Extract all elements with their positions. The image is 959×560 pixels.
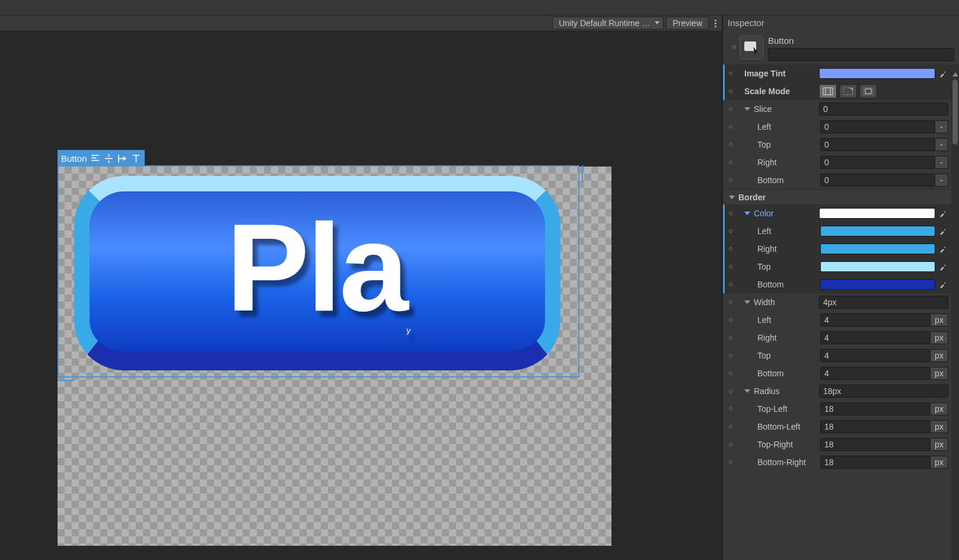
- element-name-input[interactable]: [768, 48, 954, 61]
- svg-rect-16: [865, 89, 871, 94]
- connector-dot[interactable]: [729, 89, 732, 93]
- slice-right-input[interactable]: 0: [820, 156, 935, 169]
- connector-dot[interactable]: [729, 354, 732, 357]
- eyedropper-icon[interactable]: [938, 279, 948, 290]
- prop-border-width-right: Right 4px: [723, 329, 959, 347]
- prop-slice-top: Top 0-: [723, 136, 959, 153]
- prop-border-width-top: Top 4px: [723, 347, 959, 364]
- connector-dot[interactable]: [729, 283, 732, 286]
- align-hdist-icon[interactable]: [117, 153, 128, 164]
- prop-border-color-right: Right: [723, 240, 959, 258]
- connector-dot[interactable]: [729, 443, 732, 446]
- slice-bottom-input[interactable]: 0: [820, 174, 935, 187]
- scrollbar-thumb[interactable]: [952, 79, 958, 145]
- unit-dropdown[interactable]: -: [935, 138, 948, 151]
- connector-dot[interactable]: [729, 265, 732, 268]
- inspector-title: Inspector: [723, 15, 959, 31]
- unit-dropdown[interactable]: px: [931, 349, 948, 362]
- theme-dropdown[interactable]: Unity Default Runtime …: [552, 17, 664, 30]
- border-left-swatch[interactable]: [820, 226, 935, 236]
- unit-dropdown[interactable]: px: [931, 313, 948, 327]
- svg-rect-11: [823, 88, 833, 95]
- prop-border-color: Color: [723, 204, 959, 222]
- play-button[interactable]: Play: [74, 176, 560, 370]
- connector-dot[interactable]: [729, 107, 732, 111]
- unit-dropdown[interactable]: px: [931, 402, 948, 415]
- eyedropper-icon[interactable]: [938, 244, 948, 254]
- border-right-swatch[interactable]: [820, 244, 935, 254]
- align-left-icon[interactable]: [90, 153, 100, 164]
- connector-dot[interactable]: [729, 143, 732, 146]
- foldout-icon[interactable]: [744, 212, 750, 215]
- radius-tl-input[interactable]: 18: [820, 402, 931, 415]
- connector-dot[interactable]: [729, 300, 732, 304]
- eyedropper-icon[interactable]: [938, 261, 948, 272]
- scrollbar-track[interactable]: [951, 79, 959, 560]
- border-width-bottom-input[interactable]: 4: [820, 367, 931, 380]
- border-width-input[interactable]: 4px: [819, 296, 948, 309]
- border-bottom-swatch[interactable]: [820, 279, 935, 290]
- connector-dot[interactable]: [729, 389, 732, 393]
- unit-dropdown[interactable]: px: [931, 456, 948, 469]
- top-bar: [0, 0, 959, 15]
- border-width-left-input[interactable]: 4: [820, 313, 931, 327]
- eyedropper-icon[interactable]: [938, 68, 948, 79]
- preview-button[interactable]: Preview: [666, 17, 709, 30]
- slice-input[interactable]: 0: [819, 103, 948, 116]
- connector-dot[interactable]: [729, 318, 732, 322]
- connector-dot[interactable]: [729, 178, 732, 182]
- border-radius-input[interactable]: 18px: [819, 385, 948, 398]
- border-width-top-input[interactable]: 4: [820, 349, 931, 362]
- unit-dropdown[interactable]: px: [931, 438, 948, 451]
- slice-left-input[interactable]: 0: [820, 120, 935, 133]
- connector-dot[interactable]: [732, 45, 736, 49]
- border-group-header[interactable]: Border: [723, 189, 959, 204]
- kebab-menu-icon[interactable]: [711, 20, 719, 27]
- connector-dot[interactable]: [729, 460, 732, 464]
- eyedropper-icon[interactable]: [938, 226, 948, 236]
- connector-dot[interactable]: [729, 72, 732, 75]
- connector-dot[interactable]: [729, 425, 732, 428]
- scale-mode-stretch[interactable]: [819, 84, 837, 98]
- prop-slice-left: Left 0-: [723, 118, 959, 136]
- image-tint-swatch[interactable]: [819, 68, 935, 79]
- align-vcenter-icon[interactable]: [104, 153, 114, 164]
- scale-mode-segmented: [819, 84, 877, 98]
- connector-dot[interactable]: [729, 229, 732, 233]
- border-top-swatch[interactable]: [820, 261, 935, 272]
- prop-radius-bl: Bottom-Left 18px: [723, 418, 959, 436]
- radius-tr-input[interactable]: 18: [820, 438, 931, 451]
- connector-dot[interactable]: [729, 212, 732, 215]
- border-width-right-input[interactable]: 4: [820, 331, 931, 344]
- radius-br-input[interactable]: 18: [820, 456, 931, 469]
- border-color-swatch[interactable]: [819, 208, 935, 219]
- unit-dropdown[interactable]: -: [935, 156, 948, 169]
- slice-top-input[interactable]: 0: [820, 138, 935, 151]
- element-type-label: Button: [768, 36, 954, 46]
- viewport: Unity Default Runtime … Preview Button P…: [0, 15, 722, 560]
- unit-dropdown[interactable]: -: [935, 174, 948, 187]
- selected-element-pill[interactable]: Button: [58, 150, 145, 167]
- connector-dot[interactable]: [729, 161, 732, 164]
- radius-bl-input[interactable]: 18: [820, 420, 931, 433]
- unit-dropdown[interactable]: px: [931, 331, 948, 344]
- scale-mode-crop[interactable]: [859, 84, 877, 98]
- connector-dot[interactable]: [729, 407, 732, 411]
- eyedropper-icon[interactable]: [938, 208, 948, 219]
- inspector-properties: Image Tint Scale Mode: [723, 65, 959, 471]
- prop-border-width: Width 4px: [723, 293, 959, 311]
- scroll-up-icon[interactable]: [952, 72, 958, 76]
- canvas[interactable]: Button Play: [0, 31, 722, 560]
- foldout-icon[interactable]: [744, 107, 750, 111]
- connector-dot[interactable]: [729, 125, 732, 129]
- text-tool-icon[interactable]: [131, 153, 141, 164]
- scale-mode-fit[interactable]: [839, 84, 857, 98]
- unit-dropdown[interactable]: px: [931, 420, 948, 433]
- connector-dot[interactable]: [729, 336, 732, 340]
- unit-dropdown[interactable]: px: [931, 367, 948, 380]
- foldout-icon[interactable]: [744, 389, 750, 393]
- connector-dot[interactable]: [729, 247, 732, 251]
- foldout-icon[interactable]: [744, 300, 750, 304]
- connector-dot[interactable]: [729, 372, 732, 375]
- unit-dropdown[interactable]: -: [935, 120, 948, 133]
